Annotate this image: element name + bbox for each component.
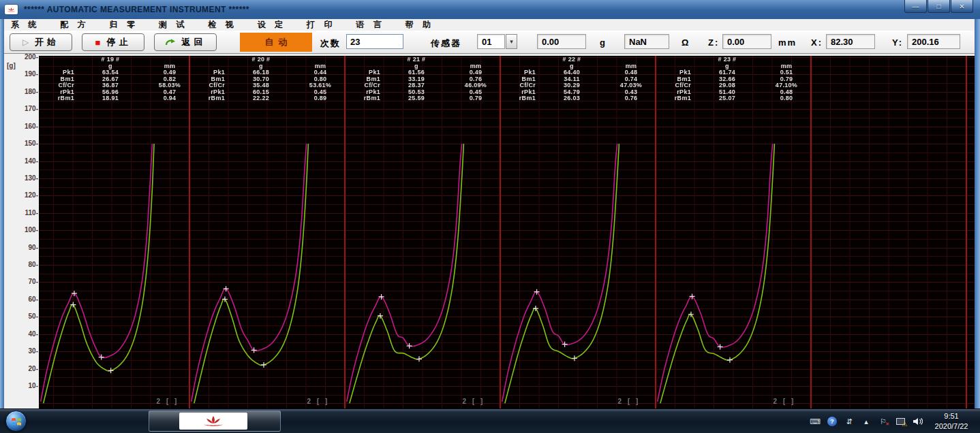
- y-axis-tick: 150-: [25, 140, 38, 147]
- sensor-select[interactable]: 01: [477, 34, 505, 49]
- panel-header: # 22 #: [540, 57, 604, 63]
- resistance-unit-label: Ω: [682, 37, 690, 48]
- y-axis-tick: 180-: [25, 88, 38, 95]
- clock-time: 9:51: [926, 411, 977, 421]
- row-label: rBm1: [191, 95, 225, 101]
- value-mm: 0.51: [754, 69, 818, 76]
- y-axis-tick: 80-: [29, 261, 38, 268]
- panel-header: # 20 #: [229, 57, 293, 63]
- app-logo-icon: [5, 5, 18, 14]
- value-mm: 0.89: [288, 95, 352, 101]
- x-label: X:: [811, 37, 823, 48]
- value-g: 64.40: [540, 69, 604, 76]
- value-g: 66.18: [229, 69, 293, 76]
- show-hidden-icons[interactable]: ▴: [861, 416, 872, 427]
- maximize-button[interactable]: □: [928, 0, 950, 13]
- y-axis-tick: 60-: [29, 295, 38, 303]
- panel-header: # 21 #: [384, 57, 448, 63]
- panel-readout-20: # 20 #gmmPk166.180.44Bm130.700.80Cf/Cr35…: [189, 56, 345, 105]
- y-axis-tick: 160-: [25, 123, 38, 130]
- network-warning-icon[interactable]: ⚠: [895, 416, 906, 427]
- clock-date: 2020/7/22: [926, 421, 977, 432]
- value-g: 22.22: [229, 95, 293, 101]
- windows-flag-icon: [11, 417, 22, 426]
- window-left-border: [0, 19, 4, 433]
- menu-system[interactable]: 系 统: [7, 19, 44, 31]
- sensor-dropdown-button[interactable]: ▾: [506, 34, 517, 49]
- stop-button[interactable]: ■停止: [82, 33, 144, 51]
- menu-inspect[interactable]: 检 视: [204, 19, 241, 31]
- app-window: ****** AUTOMATIC MEASUREMENT INSTRUMENT …: [0, 0, 980, 433]
- value-mm: 0.48: [599, 69, 663, 76]
- menu-print[interactable]: 打 印: [303, 19, 339, 31]
- menu-help[interactable]: 帮 助: [401, 19, 438, 31]
- value-g: 28.37: [384, 82, 448, 89]
- volume-icon[interactable]: [912, 416, 923, 427]
- count-input[interactable]: [346, 34, 403, 49]
- value-mm: 53.61%: [288, 82, 352, 89]
- stop-icon: ■: [95, 37, 101, 48]
- z-field[interactable]: 0.00: [722, 34, 771, 49]
- window-title: ****** AUTOMATIC MEASUREMENT INSTRUMENT …: [24, 5, 249, 14]
- sensor-label: 传感器: [431, 37, 461, 50]
- force-field[interactable]: 0.00: [537, 34, 586, 49]
- row-label: Pk1: [657, 69, 691, 76]
- value-g: 18.91: [78, 95, 142, 101]
- row-label: Pk1: [191, 69, 225, 76]
- menu-zeroing[interactable]: 归 零: [106, 19, 142, 31]
- stop-button-label: 停止: [106, 36, 131, 48]
- menu-test[interactable]: 测 试: [155, 19, 192, 31]
- taskbar: ⌨ ? ⇵ ▴ ⚐✕ ⚠ 9:51 2020/7/22: [0, 408, 980, 433]
- y-axis-tick: 50-: [29, 312, 38, 320]
- y-axis-tick: 90-: [29, 244, 38, 251]
- row-label: Cf/Cr: [191, 82, 225, 89]
- panel-readout-22: # 22 #gmmPk164.400.48Bm134.110.74Cf/Cr30…: [500, 56, 656, 105]
- keyboard-icon[interactable]: ⌨: [810, 416, 821, 427]
- value-g: 35.48: [229, 82, 293, 89]
- lotus-icon: [201, 415, 226, 428]
- x-axis-partial-label: 2 [ ]: [444, 398, 503, 404]
- taskbar-app-button[interactable]: [149, 411, 281, 432]
- row-label: rBm1: [502, 95, 536, 101]
- force-unit-label: g: [600, 37, 607, 48]
- alert-badge: ✕: [885, 421, 889, 427]
- y-axis-gutter: [g] 200-190-180-170-160-150-140-130-120-…: [4, 54, 39, 433]
- row-label: Cf/Cr: [657, 82, 691, 89]
- app-icon-plate: [179, 413, 247, 430]
- y-axis-tick: 30-: [29, 347, 38, 355]
- value-g: 25.07: [695, 95, 759, 101]
- start-button[interactable]: ▷开始: [10, 33, 72, 51]
- y-axis-unit-label: [g]: [7, 62, 16, 69]
- return-arrow-icon: [165, 38, 176, 46]
- x-axis-partial-label: 2 [ ]: [138, 398, 197, 404]
- y-field[interactable]: 200.16: [907, 34, 960, 49]
- help-icon[interactable]: ?: [827, 416, 838, 427]
- measurement-chart-canvas: [39, 56, 975, 408]
- chart-region: [g] 200-190-180-170-160-150-140-130-120-…: [0, 54, 980, 433]
- start-menu-button[interactable]: [5, 411, 27, 432]
- y-label: Y:: [892, 37, 903, 48]
- panel-header: # 23 #: [695, 57, 759, 63]
- toolbar: ▷开始 ■停止 返回 自动 次数 传感器 01 ▾ 0.00 g NaN Ω Z…: [4, 31, 975, 54]
- value-g: 63.54: [78, 69, 142, 76]
- language-switcher-icon[interactable]: ⇵: [844, 416, 855, 427]
- lotus-icon: [6, 7, 16, 13]
- close-button[interactable]: ✕: [951, 0, 973, 13]
- auto-mode-indicator[interactable]: 自动: [240, 33, 312, 52]
- resistance-field[interactable]: NaN: [624, 34, 669, 49]
- menu-settings[interactable]: 设 定: [254, 19, 290, 31]
- x-axis-partial-label: 2 [ ]: [755, 398, 814, 404]
- warning-badge: ⚠: [902, 421, 907, 428]
- start-button-label: 开始: [35, 36, 59, 48]
- taskbar-clock[interactable]: 9:51 2020/7/22: [926, 411, 977, 432]
- row-label: rBm1: [40, 95, 74, 101]
- y-axis-tick: 20-: [29, 365, 38, 372]
- minimize-button[interactable]: —: [904, 0, 927, 13]
- menu-recipe[interactable]: 配 方: [56, 19, 93, 31]
- row-label: Cf/Cr: [502, 82, 536, 89]
- return-button[interactable]: 返回: [154, 33, 217, 51]
- action-center-icon[interactable]: ⚐✕: [878, 416, 889, 427]
- x-field[interactable]: 82.30: [826, 34, 875, 49]
- menu-language[interactable]: 语 言: [352, 19, 388, 31]
- value-mm: 0.79: [444, 95, 508, 101]
